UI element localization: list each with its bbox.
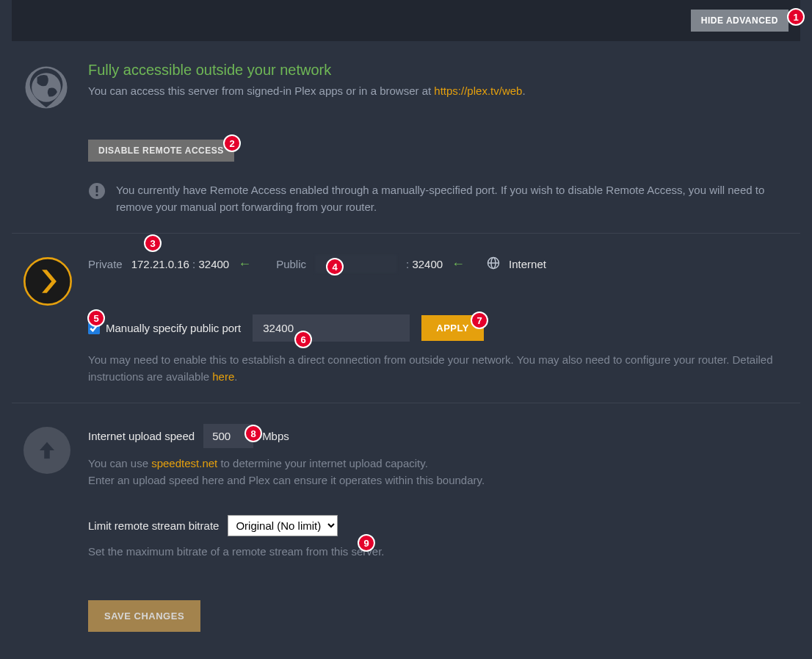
internet-icon [487, 256, 500, 272]
speedtest-link[interactable]: speedtest.net [151, 457, 217, 469]
ip-row: Private 172.21.0.16 : 32400 ← Public : 3… [88, 254, 789, 273]
manual-port-help-prefix: You may need to enable this to establish… [88, 353, 773, 383]
upload-help-prefix: You can use [88, 457, 151, 469]
hide-advanced-button[interactable]: HIDE ADVANCED [691, 10, 789, 32]
upload-help: You can use speedtest.net to determine y… [88, 455, 789, 489]
svg-rect-3 [96, 186, 98, 192]
network-section: Private 172.21.0.16 : 32400 ← Public : 3… [12, 234, 800, 403]
manual-port-checkbox-wrap[interactable]: Manually specify public port [88, 322, 241, 334]
upload-help-line2: Enter an upload speed here and Plex can … [88, 474, 485, 486]
private-ip: 172.21.0.16 : 32400 [131, 258, 229, 270]
svg-rect-4 [96, 194, 98, 196]
manual-port-help: You may need to enable this to establish… [88, 352, 789, 385]
manual-port-input[interactable] [253, 314, 410, 342]
plex-icon [23, 254, 88, 385]
remote-access-section: Fully accessible outside your network Yo… [12, 41, 800, 234]
upload-help-suffix: to determine your internet upload capaci… [217, 457, 428, 469]
annotation-badge-4: 4 [326, 258, 344, 276]
public-label: Public [276, 258, 306, 270]
private-label: Private [88, 258, 123, 270]
remote-access-desc-text: You can access this server from signed-i… [88, 84, 434, 97]
annotation-badge-2: 2 [223, 134, 241, 152]
bitrate-help: Set the maximum bitrate of a remote stre… [88, 544, 789, 561]
remote-access-desc-suffix: . [522, 84, 525, 97]
upload-speed-label: Internet upload speed [88, 430, 195, 442]
remote-access-desc: You can access this server from signed-i… [88, 83, 789, 98]
globe-icon [23, 62, 88, 215]
internet-label: Internet [509, 258, 546, 270]
annotation-badge-6: 6 [294, 331, 312, 348]
arrow-icon: ← [452, 256, 465, 272]
alert-icon [88, 182, 106, 202]
annotation-badge-9: 9 [358, 534, 375, 552]
plex-web-link[interactable]: https://plex.tv/web [434, 84, 522, 97]
disable-remote-access-button[interactable]: DISABLE REMOTE ACCESS [88, 140, 234, 162]
manual-port-help-link[interactable]: here [212, 370, 234, 383]
remote-access-title: Fully accessible outside your network [88, 62, 789, 79]
upload-section: Internet upload speed Mbps You can use s… [12, 403, 800, 649]
manual-port-label: Manually specify public port [106, 322, 241, 334]
public-port: : 32400 [406, 258, 443, 270]
annotation-badge-5: 5 [87, 309, 105, 327]
svg-point-5 [24, 258, 70, 304]
bitrate-select[interactable]: Original (No limit) [228, 515, 338, 536]
manual-port-help-suffix: . [234, 370, 237, 383]
arrow-icon: ← [238, 256, 251, 272]
remote-access-notice: You currently have Remote Access enabled… [116, 182, 789, 215]
annotation-badge-7: 7 [471, 312, 488, 329]
annotation-badge-1: 1 [787, 8, 805, 26]
advanced-toolbar: HIDE ADVANCED [12, 0, 800, 41]
annotation-badge-3: 3 [144, 234, 162, 252]
upload-speed-unit: Mbps [262, 430, 289, 442]
annotation-badge-8: 8 [244, 425, 262, 442]
bitrate-label: Limit remote stream bitrate [88, 519, 219, 532]
upload-icon [23, 424, 88, 632]
save-changes-button[interactable]: SAVE CHANGES [88, 600, 200, 632]
